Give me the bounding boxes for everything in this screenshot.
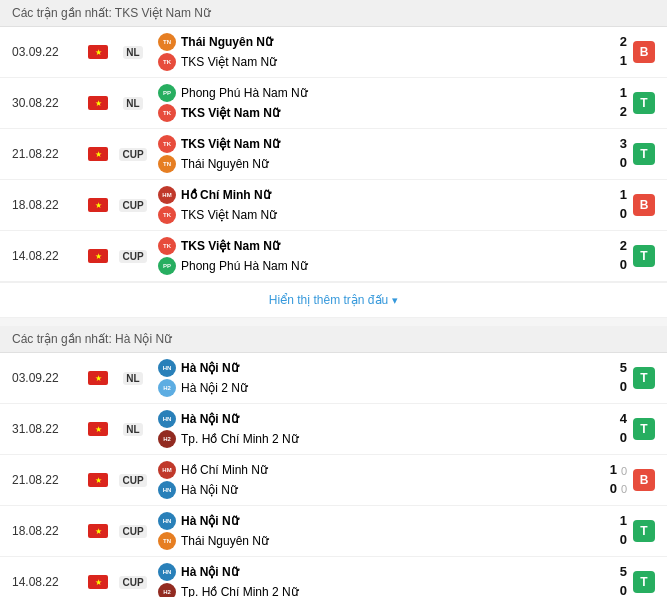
- competition-label: CUP: [112, 525, 154, 538]
- competition-label: CUP: [112, 199, 154, 212]
- country-flag: ★: [84, 249, 112, 263]
- flag-icon: ★: [88, 198, 108, 212]
- team2-row: PP Phong Phú Hà Nam Nữ: [158, 257, 593, 275]
- team2-row: TK TKS Việt Nam Nữ: [158, 104, 593, 122]
- score2: 2: [620, 104, 627, 121]
- scores-column: 5 0: [593, 564, 633, 597]
- teams-column: TN Thái Nguyên Nữ TK TKS Việt Nam Nữ: [154, 33, 593, 71]
- section-header: Các trận gần nhất: Hà Nội Nữ: [0, 326, 667, 353]
- team2-row: TK TKS Việt Nam Nữ: [158, 53, 593, 71]
- competition-label: NL: [112, 46, 154, 59]
- show-more-label: Hiển thị thêm trận đấu: [269, 293, 388, 307]
- team1-row: HN Hà Nội Nữ: [158, 512, 593, 530]
- team1-name: Hà Nội Nữ: [181, 361, 239, 375]
- country-flag: ★: [84, 45, 112, 59]
- score2: 0: [620, 532, 627, 549]
- flag-icon: ★: [88, 524, 108, 538]
- team1-row: PP Phong Phú Hà Nam Nữ: [158, 84, 593, 102]
- country-flag: ★: [84, 473, 112, 487]
- result-badge: T: [633, 571, 655, 593]
- country-flag: ★: [84, 147, 112, 161]
- result-badge: T: [633, 418, 655, 440]
- match-row: 18.08.22 ★ CUP HM Hồ Chí Minh Nữ TK TKS …: [0, 180, 667, 231]
- result-badge: B: [633, 469, 655, 491]
- score2: 0: [620, 379, 627, 396]
- teams-column: HN Hà Nội Nữ H2 Tp. Hồ Chí Minh 2 Nữ: [154, 410, 593, 448]
- score2: 0: [620, 583, 627, 597]
- result-badge: B: [633, 41, 655, 63]
- team-logo-icon: TK: [158, 104, 176, 122]
- score-extra: 0: [621, 465, 627, 477]
- teams-column: HM Hồ Chí Minh Nữ HN Hà Nội Nữ: [154, 461, 593, 499]
- score1: 2: [620, 238, 627, 255]
- team-logo-icon: PP: [158, 84, 176, 102]
- competition-label: CUP: [112, 250, 154, 263]
- scores-column: 4 0: [593, 411, 633, 447]
- team2-name: Tp. Hồ Chí Minh 2 Nữ: [181, 585, 299, 597]
- match-date: 03.09.22: [12, 371, 84, 385]
- match-date: 18.08.22: [12, 198, 84, 212]
- show-more-button[interactable]: Hiển thị thêm trận đấu ▾: [0, 282, 667, 318]
- match-date: 14.08.22: [12, 249, 84, 263]
- flag-icon: ★: [88, 249, 108, 263]
- match-row: 14.08.22 ★ CUP HN Hà Nội Nữ H2 Tp. Hồ Ch…: [0, 557, 667, 597]
- team1-name: Hà Nội Nữ: [181, 565, 239, 579]
- section-hn: Các trận gần nhất: Hà Nội Nữ 03.09.22 ★ …: [0, 326, 667, 597]
- team2-name: TKS Việt Nam Nữ: [181, 208, 277, 222]
- team2-row: TN Thái Nguyên Nữ: [158, 532, 593, 550]
- team2-name: TKS Việt Nam Nữ: [181, 106, 280, 120]
- match-date: 21.08.22: [12, 147, 84, 161]
- competition-label: CUP: [112, 474, 154, 487]
- team1-row: TK TKS Việt Nam Nữ: [158, 237, 593, 255]
- match-row: 21.08.22 ★ CUP HM Hồ Chí Minh Nữ HN Hà N…: [0, 455, 667, 506]
- result-badge: T: [633, 143, 655, 165]
- match-row: 14.08.22 ★ CUP TK TKS Việt Nam Nữ PP Pho…: [0, 231, 667, 282]
- score1: 1: [610, 462, 617, 479]
- score1: 2: [620, 34, 627, 51]
- team1-row: HM Hồ Chí Minh Nữ: [158, 186, 593, 204]
- result-badge: B: [633, 194, 655, 216]
- team-logo-icon: HM: [158, 186, 176, 204]
- team1-name: Phong Phú Hà Nam Nữ: [181, 86, 308, 100]
- result-badge: T: [633, 367, 655, 389]
- teams-column: TK TKS Việt Nam Nữ PP Phong Phú Hà Nam N…: [154, 237, 593, 275]
- team-logo-icon: HN: [158, 512, 176, 530]
- chevron-down-icon: ▾: [392, 294, 398, 307]
- team1-name: Hồ Chí Minh Nữ: [181, 463, 268, 477]
- flag-icon: ★: [88, 96, 108, 110]
- score2: 0: [620, 206, 627, 223]
- team2-row: H2 Tp. Hồ Chí Minh 2 Nữ: [158, 583, 593, 597]
- scores-column: 1 0: [593, 187, 633, 223]
- match-row: 31.08.22 ★ NL HN Hà Nội Nữ H2 Tp. Hồ Chí…: [0, 404, 667, 455]
- team1-name: Hồ Chí Minh Nữ: [181, 188, 271, 202]
- team1-name: Hà Nội Nữ: [181, 514, 239, 528]
- teams-column: HN Hà Nội Nữ TN Thái Nguyên Nữ: [154, 512, 593, 550]
- team1-name: Thái Nguyên Nữ: [181, 35, 273, 49]
- scores-column: 2 1: [593, 34, 633, 70]
- scores-column: 3 0: [593, 136, 633, 172]
- team1-row: HN Hà Nội Nữ: [158, 359, 593, 377]
- match-date: 21.08.22: [12, 473, 84, 487]
- score2: 0: [620, 155, 627, 172]
- competition-label: NL: [112, 372, 154, 385]
- match-date: 03.09.22: [12, 45, 84, 59]
- score2: 0: [620, 430, 627, 447]
- team-logo-icon: TK: [158, 53, 176, 71]
- team-logo-icon: HN: [158, 481, 176, 499]
- team2-name: Thái Nguyên Nữ: [181, 534, 269, 548]
- result-badge: T: [633, 245, 655, 267]
- flag-icon: ★: [88, 45, 108, 59]
- teams-column: HM Hồ Chí Minh Nữ TK TKS Việt Nam Nữ: [154, 186, 593, 224]
- team1-name: TKS Việt Nam Nữ: [181, 137, 280, 151]
- score1: 5: [620, 360, 627, 377]
- team-logo-icon: TK: [158, 237, 176, 255]
- team-logo-icon: TK: [158, 206, 176, 224]
- team2-row: TN Thái Nguyên Nữ: [158, 155, 593, 173]
- team1-name: TKS Việt Nam Nữ: [181, 239, 280, 253]
- team-logo-icon: HN: [158, 563, 176, 581]
- score1: 3: [620, 136, 627, 153]
- team-logo-icon: HN: [158, 410, 176, 428]
- match-row: 30.08.22 ★ NL PP Phong Phú Hà Nam Nữ TK …: [0, 78, 667, 129]
- team2-name: Hà Nội Nữ: [181, 483, 238, 497]
- team-logo-icon: TN: [158, 532, 176, 550]
